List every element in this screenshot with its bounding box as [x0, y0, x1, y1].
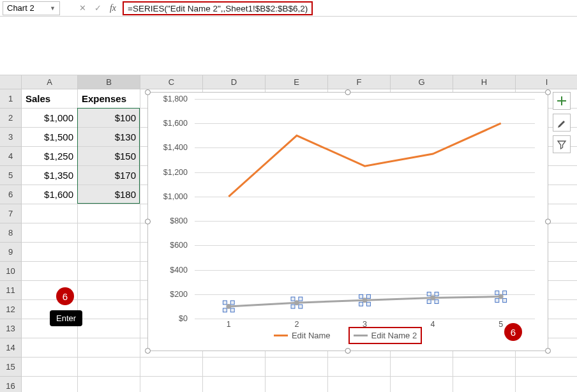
cell-A4[interactable]: $1,250 [22, 147, 78, 166]
row-header-6[interactable]: 6 [0, 185, 22, 204]
selection-handle-icon[interactable] [299, 297, 303, 301]
cell-A9[interactable] [22, 243, 78, 262]
row-header-3[interactable]: 3 [0, 128, 22, 147]
resize-handle[interactable] [145, 89, 151, 95]
row-header-5[interactable]: 5 [0, 166, 22, 185]
cell-I16[interactable] [516, 377, 577, 392]
cell-A3[interactable]: $1,500 [22, 128, 78, 147]
cell-B9[interactable] [78, 243, 140, 262]
y-axis[interactable]: $0$200$400$600$800$1,000$1,200$1,400$1,6… [160, 99, 191, 319]
selection-handle-icon[interactable] [435, 299, 438, 303]
cancel-icon[interactable]: ✕ [75, 2, 89, 15]
cell-B1[interactable]: Expenses [78, 89, 140, 109]
selection-handle-icon[interactable] [503, 291, 507, 295]
row-header-2[interactable]: 2 [0, 109, 22, 128]
row-header-1[interactable]: 1 [0, 89, 22, 109]
cell-F16[interactable] [328, 377, 391, 392]
row-header-9[interactable]: 9 [0, 243, 22, 262]
column-header-F[interactable]: F [328, 75, 391, 89]
cell-G15[interactable] [391, 358, 453, 377]
row-header-4[interactable]: 4 [0, 147, 22, 166]
cell-A5[interactable]: $1,350 [22, 166, 78, 185]
row-header-10[interactable]: 10 [0, 262, 22, 281]
selection-handle-icon[interactable] [427, 292, 431, 296]
cell-B12[interactable] [78, 300, 140, 319]
selection-handle-icon[interactable] [230, 301, 234, 305]
cell-A16[interactable] [22, 377, 78, 392]
cell-I15[interactable] [516, 358, 577, 377]
cell-B14[interactable] [78, 338, 140, 358]
cell-A10[interactable] [22, 262, 78, 281]
selection-handle-icon[interactable] [359, 302, 363, 306]
select-all-corner[interactable] [0, 75, 22, 89]
selection-handle-icon[interactable] [230, 308, 234, 312]
row-header-11[interactable]: 11 [0, 281, 22, 300]
cell-A6[interactable]: $1,600 [22, 185, 78, 204]
resize-handle[interactable] [145, 219, 151, 225]
data-point-marker[interactable] [363, 298, 368, 303]
chart-elements-button[interactable] [553, 92, 571, 110]
fx-icon[interactable]: fx [106, 2, 120, 15]
cell-B5[interactable]: $170 [78, 166, 140, 185]
data-point-marker[interactable] [294, 300, 299, 305]
name-box[interactable]: Chart 2 ▼ [3, 1, 60, 15]
series-line-1[interactable] [229, 123, 500, 197]
cell-B11[interactable] [78, 281, 140, 300]
chart-object[interactable]: $0$200$400$600$800$1,000$1,200$1,400$1,6… [147, 92, 548, 351]
cell-B10[interactable] [78, 262, 140, 281]
cell-A1[interactable]: Sales [22, 89, 78, 109]
column-header-H[interactable]: H [453, 75, 516, 89]
row-header-14[interactable]: 14 [0, 338, 22, 358]
selection-handle-icon[interactable] [299, 305, 303, 308]
cell-H16[interactable] [453, 377, 516, 392]
cell-E16[interactable] [266, 377, 328, 392]
cell-B15[interactable] [78, 358, 140, 377]
column-header-D[interactable]: D [203, 75, 266, 89]
cell-A8[interactable] [22, 223, 78, 243]
row-header-12[interactable]: 12 [0, 300, 22, 319]
cell-C15[interactable] [140, 358, 203, 377]
cell-B13[interactable] [78, 319, 140, 338]
resize-handle[interactable] [345, 348, 351, 354]
formula-input[interactable]: =SERIES("Edit Name 2",,Sheet1!$B$2:$B$6,… [123, 1, 574, 15]
legend-item-1[interactable]: Edit Name [274, 331, 331, 340]
cell-F15[interactable] [328, 358, 391, 377]
column-header-I[interactable]: I [516, 75, 577, 89]
chart-styles-button[interactable] [553, 114, 571, 132]
cell-B3[interactable]: $130 [78, 128, 140, 147]
column-header-A[interactable]: A [22, 75, 78, 89]
resize-handle[interactable] [545, 348, 551, 354]
cell-E15[interactable] [266, 358, 328, 377]
legend-item-2[interactable]: Edit Name 2 [348, 327, 423, 344]
row-header-8[interactable]: 8 [0, 223, 22, 243]
cell-B7[interactable] [78, 204, 140, 223]
row-header-13[interactable]: 13 [0, 319, 22, 338]
column-header-G[interactable]: G [391, 75, 453, 89]
row-header-7[interactable]: 7 [0, 204, 22, 223]
resize-handle[interactable] [545, 89, 551, 95]
column-header-C[interactable]: C [140, 75, 203, 89]
selection-handle-icon[interactable] [366, 302, 370, 306]
cell-D16[interactable] [203, 377, 266, 392]
data-point-marker[interactable] [430, 296, 435, 301]
chart-legend[interactable]: Edit Name Edit Name 2 [148, 327, 548, 344]
cell-B8[interactable] [78, 223, 140, 243]
selection-handle-icon[interactable] [223, 301, 227, 305]
selection-handle-icon[interactable] [427, 299, 431, 303]
resize-handle[interactable] [345, 89, 351, 95]
column-header-E[interactable]: E [266, 75, 328, 89]
selection-handle-icon[interactable] [435, 292, 438, 296]
row-header-15[interactable]: 15 [0, 358, 22, 377]
cell-B4[interactable]: $150 [78, 147, 140, 166]
confirm-icon[interactable]: ✓ [91, 2, 105, 15]
selection-handle-icon[interactable] [291, 305, 295, 308]
cell-H15[interactable] [453, 358, 516, 377]
data-point-marker[interactable] [498, 294, 504, 299]
chart-plot[interactable] [195, 99, 535, 319]
selection-handle-icon[interactable] [291, 297, 295, 301]
row-header-16[interactable]: 16 [0, 377, 22, 392]
cell-B16[interactable] [78, 377, 140, 392]
selection-handle-icon[interactable] [359, 294, 363, 298]
data-point-marker[interactable] [226, 304, 231, 309]
cell-D15[interactable] [203, 358, 266, 377]
